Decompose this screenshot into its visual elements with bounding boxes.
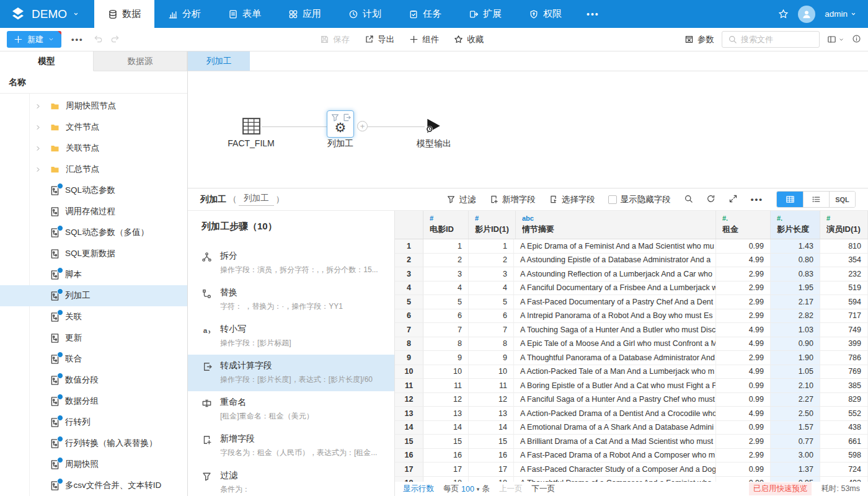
favorite-button[interactable]: 收藏 (454, 34, 484, 45)
tab-model[interactable]: 模型 (0, 51, 94, 71)
view-list-button[interactable] (803, 192, 829, 207)
view-table-button[interactable] (777, 192, 803, 207)
nav-item-chart[interactable]: 分析 (154, 0, 215, 28)
table-row[interactable]: 999A Thoughtful Panorama of a Database A… (395, 351, 868, 365)
nav-item-apps[interactable]: 应用 (275, 0, 335, 28)
table-row[interactable]: 111A Epic Drama of a Feminist And a Mad … (395, 239, 868, 254)
nav-item-task[interactable]: 任务 (395, 0, 455, 28)
table-row[interactable]: 666A Intrepid Panorama of a Robot And a … (395, 309, 868, 324)
table-row[interactable]: 131313A Action-Packed Drama of a Dentist… (395, 407, 868, 421)
select-field-button[interactable]: 选择字段 (549, 194, 595, 205)
step-item-2[interactable]: a转小写操作字段：[影片标题] (188, 318, 394, 355)
table-row[interactable]: 121212A Fanciful Saga of a Hunter And a … (395, 393, 868, 407)
column-header-2[interactable]: abc情节摘要 (516, 211, 716, 239)
tree-item-7[interactable]: SQL更新数据 (0, 243, 187, 264)
toolbar-more-button[interactable]: ••• (69, 35, 86, 44)
show-rowcount-link[interactable]: 显示行数 (403, 484, 434, 494)
step-item-3[interactable]: 转成计算字段操作字段：[影片长度]，表达式：[影片长度]/60 (188, 355, 394, 391)
tree-item-8[interactable]: 脚本 (0, 264, 187, 285)
source-table-node-icon[interactable] (241, 116, 262, 136)
step-item-6[interactable]: 过滤条件为： (188, 464, 394, 496)
tree-item-16[interactable]: 行列转换（输入表替换） (0, 433, 187, 454)
chevron-right-icon[interactable] (35, 166, 42, 173)
table-row[interactable]: 888A Epic Tale of a Moose And a Girl who… (395, 337, 868, 352)
tree-item-10[interactable]: 关联 (0, 306, 187, 327)
column-header-1[interactable]: #影片ID(1) (469, 211, 516, 239)
nav-item-form[interactable]: 表单 (215, 0, 275, 28)
info-button[interactable] (852, 34, 861, 45)
chevron-right-icon[interactable] (35, 124, 42, 131)
checkbox[interactable] (608, 195, 617, 204)
filter-button[interactable]: 过滤 (446, 194, 476, 205)
node-name-editable[interactable]: 列加工 (239, 193, 274, 206)
refresh-button[interactable] (706, 194, 715, 205)
params-button[interactable]: 参数 (684, 34, 714, 45)
tree-folder-0[interactable]: 周期快照节点 (0, 95, 187, 117)
step-item-1[interactable]: 替换字符： ，替换为：·，操作字段：YY1 (188, 281, 394, 318)
add-field-button[interactable]: 新增字段 (489, 194, 536, 205)
search-input[interactable] (741, 35, 813, 44)
tree-folder-1[interactable]: 文件节点 (0, 117, 187, 138)
page-size-control[interactable]: 每页 100 ▾ 条 (443, 484, 490, 494)
panel-more-button[interactable]: ••• (751, 195, 763, 204)
nav-item-shield[interactable]: 权限 (515, 0, 575, 28)
redo-button[interactable] (110, 34, 120, 45)
nav-item-clock[interactable]: 计划 (335, 0, 395, 28)
canvas-tab-liejiagong[interactable]: 列加工 (188, 51, 250, 71)
brand[interactable]: DEMO (0, 0, 94, 28)
step-item-0[interactable]: 拆分操作字段：演员，拆分字符：,，拆分个数：15... (188, 245, 394, 281)
tab-datasource[interactable]: 数据源 (94, 51, 187, 71)
step-item-5[interactable]: 新增字段字段名为：租金（人民币），表达式为：[租金... (188, 428, 394, 464)
table-search-button[interactable] (684, 194, 693, 205)
avatar[interactable] (798, 6, 815, 23)
table-body[interactable]: 111A Epic Drama of a Feminist And a Mad … (395, 239, 868, 482)
tree-item-5[interactable]: 调用存储过程 (0, 201, 187, 222)
tree-item-13[interactable]: 数值分段 (0, 370, 187, 391)
favorite-star-icon[interactable] (778, 9, 789, 19)
component-button[interactable]: 组件 (409, 34, 439, 45)
tree-item-4[interactable]: SQL动态参数 (0, 180, 187, 201)
export-button[interactable]: 导出 (365, 34, 394, 45)
undo-button[interactable] (94, 34, 103, 45)
transform-node[interactable]: ⚙ (327, 110, 354, 138)
tree-folder-3[interactable]: 汇总节点 (0, 159, 187, 180)
column-header-3[interactable]: #.租金 (716, 211, 771, 239)
table-row[interactable]: 777A Touching Saga of a Hunter And a But… (395, 323, 868, 337)
nav-item-database[interactable]: 数据 (94, 0, 154, 28)
table-row[interactable]: 141414A Emotional Drama of a A Shark And… (395, 421, 868, 435)
tree-item-11[interactable]: 更新 (0, 327, 187, 348)
tree-item-12[interactable]: 联合 (0, 348, 187, 370)
table-row[interactable]: 111111A Boring Epistle of a Butler And a… (395, 379, 868, 393)
tree-item-6[interactable]: SQL动态参数（多值） (0, 222, 187, 243)
tree-item-18[interactable]: 多csv文件合并、文本转ID (0, 475, 187, 496)
nav-item-extension[interactable]: 扩展 (455, 0, 515, 28)
model-output-node-icon[interactable] (425, 117, 442, 135)
table-row[interactable]: 101010A Action-Packed Tale of a Man And … (395, 365, 868, 379)
chevron-right-icon[interactable] (35, 145, 42, 152)
prev-page-button[interactable]: 上一页 (499, 484, 523, 494)
save-button[interactable]: 保存 (320, 34, 350, 45)
column-header-5[interactable]: #演员ID(1) (820, 211, 868, 239)
tree-item-14[interactable]: 数据分组 (0, 391, 187, 412)
table-row[interactable]: 181818A Thoughtful Drama of a Composer A… (395, 477, 868, 482)
user-menu[interactable]: admin (825, 9, 857, 19)
table-row[interactable]: 555A Fast-Paced Documentary of a Pastry … (395, 295, 868, 309)
add-node-button[interactable]: + (357, 121, 368, 131)
flow-canvas[interactable]: FACT_FILM ⚙ + 列加工 模型输出 (188, 71, 868, 188)
tree-item-9[interactable]: 列加工 (0, 285, 187, 306)
table-row[interactable]: 151515A Brilliant Drama of a Cat And a M… (395, 435, 868, 449)
table-row[interactable]: 444A Fanciful Documentary of a Frisbee A… (395, 281, 868, 296)
page-size-value[interactable]: 100 (461, 485, 474, 494)
column-header-4[interactable]: #.影片长度 (771, 211, 820, 239)
table-row[interactable]: 333A Astounding Reflection of a Lumberja… (395, 267, 868, 281)
view-sql-button[interactable]: SQL (829, 192, 855, 207)
tree-folder-2[interactable]: 关联节点 (0, 138, 187, 159)
table-row[interactable]: 161616A Fast-Paced Drama of a Robot And … (395, 449, 868, 463)
table-row[interactable]: 171717A Fast-Paced Character Study of a … (395, 463, 868, 477)
next-page-button[interactable]: 下一页 (531, 484, 555, 494)
new-button[interactable]: 新建 (7, 31, 61, 48)
chevron-right-icon[interactable] (35, 103, 42, 110)
tree-item-15[interactable]: 行转列 (0, 412, 187, 433)
step-item-4[interactable]: 重命名[租金]重命名：租金（美元） (188, 391, 394, 428)
menu-overflow-button[interactable]: ••• (575, 0, 611, 28)
